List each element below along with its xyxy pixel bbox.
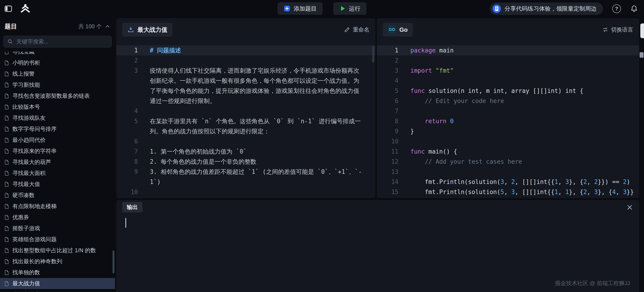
switch-language-label: 切换语言	[611, 26, 633, 33]
problem-line[interactable]: 6	[116, 136, 376, 146]
document-icon	[4, 215, 10, 220]
close-icon[interactable]: ×	[626, 203, 633, 211]
sidebar-item[interactable]: 寻找原来的字符串	[0, 146, 115, 157]
code-line[interactable]: 13	[377, 167, 639, 177]
sidebar-item[interactable]: 寻找包含斐波那契数最多的链表	[0, 90, 115, 101]
sidebar-item-label: 有点限制地走楼梯	[12, 203, 56, 210]
problem-line[interactable]: 4	[116, 106, 376, 116]
line-number: 4	[377, 76, 400, 86]
run-button[interactable]: 运行	[333, 2, 366, 15]
help-icon[interactable]: ?	[612, 4, 621, 13]
problem-line[interactable]: 10	[116, 187, 376, 197]
line-number: 7	[116, 146, 139, 157]
code-line[interactable]: 14 fmt.Println(solution(3, 2, [][]int{{1…	[377, 177, 639, 187]
sidebar-item[interactable]: 优惠券	[0, 212, 115, 223]
sidebar-item[interactable]: 硬币凑数	[0, 190, 115, 201]
problem-line[interactable]: 5在某款手游里共有 `n` 个角色。这些角色从 `0` 到 `n-1` 进行编号…	[116, 116, 376, 136]
document-icon	[4, 226, 10, 231]
code-line[interactable]: 10	[377, 136, 639, 146]
line-number: 4	[116, 106, 139, 116]
document-icon	[4, 192, 10, 198]
sidebar-item[interactable]: 找出整型数组中占比超过 1/N 的数	[0, 245, 115, 256]
sidebar-item[interactable]: 数字字母问号排序	[0, 123, 115, 134]
document-icon	[4, 259, 10, 265]
sidebar-item[interactable]: 找单独的数	[0, 267, 115, 278]
sidebar-item[interactable]: 小明的书柜	[0, 57, 115, 68]
promo-banner[interactable]: 分享代码练习体验，领限量定制周边	[490, 2, 603, 15]
edge-panel-handle[interactable]	[640, 23, 644, 38]
sidebar-item[interactable]: 寻找最大面积	[0, 168, 115, 179]
sidebar-scrollbar[interactable]	[112, 250, 114, 273]
app-root: 添加题目 运行 分享代码练	[0, 0, 644, 292]
problem-line[interactable]: 3疫情使得人们线下社交隔离，进而刺激了宅娱乐经济，令手机游戏市场份额再次创新纪录…	[116, 65, 376, 106]
top-bar: 添加题目 运行 分享代码练	[0, 0, 644, 17]
document-icon	[4, 93, 10, 99]
sidebar-item[interactable]: 最小趋同代价	[0, 134, 115, 146]
sidebar-item-label: 摇骰子游戏	[12, 225, 40, 232]
sidebar: 题目 共 100 个 寻找宝藏小明的书柜线上报警学习新技能寻找包含斐波那契数最多…	[0, 17, 115, 292]
code-line[interactable]: 7	[377, 106, 639, 116]
sidebar-item[interactable]: 找出最长的神奇数列	[0, 256, 115, 267]
sidebar-item[interactable]: 线上报警	[0, 68, 115, 79]
code-line-text: fmt.Println(solution(3, 2, [][]int{{1, 3…	[400, 177, 639, 187]
problem-line[interactable]: 93. 相邻角色的战力值差距不能超过 `1` (之间的差值可能是 `0`、`+1…	[116, 167, 376, 187]
language-chip: GO Go	[383, 23, 413, 36]
sidebar-item[interactable]: 摇骰子游戏	[0, 223, 115, 234]
sidebar-item[interactable]: 统计字符出现次数	[0, 289, 115, 292]
code-editor-lines[interactable]: 1package main23import "fmt"45func soluti…	[377, 41, 639, 198]
sidebar-item[interactable]: 英雄组合游戏问题	[0, 234, 115, 245]
sidebar-item[interactable]: 最大战力值	[0, 278, 115, 289]
code-line[interactable]: 12 // Add your test cases here	[377, 157, 639, 167]
problem-line-text: 3. 相邻角色的战力值差距不能超过 `1` (之间的差值可能是 `0`、`+1`…	[139, 167, 364, 187]
code-line[interactable]: 5func solution(n int, m int, array [][]i…	[377, 86, 639, 96]
document-icon	[4, 60, 10, 66]
code-line-text: return 0	[400, 116, 639, 126]
sidebar-item[interactable]: 寻找宝藏	[0, 52, 115, 57]
sidebar-item[interactable]: 寻找最大值	[0, 179, 115, 190]
problem-editor-scrollbar[interactable]	[372, 46, 374, 62]
problem-editor-lines[interactable]: 1# 问题描述23疫情使得人们线下社交隔离，进而刺激了宅娱乐经济，令手机游戏市场…	[116, 41, 376, 198]
rename-button[interactable]: 重命名	[344, 26, 370, 33]
line-number: 15	[377, 187, 400, 197]
document-icon	[4, 181, 10, 187]
line-number: 10	[116, 187, 139, 197]
search-input[interactable]	[16, 38, 108, 45]
code-line[interactable]: 9}	[377, 126, 639, 136]
bell-icon[interactable]	[630, 5, 638, 13]
code-line[interactable]: 11func main() {	[377, 146, 639, 157]
document-icon	[4, 170, 10, 176]
problem-count: 共 100 个	[78, 23, 102, 30]
sidebar-item[interactable]: 寻找最大的葫芦	[0, 157, 115, 168]
problem-title-chip: 最大战力值	[122, 23, 172, 36]
code-line-text: import "fmt"	[400, 65, 639, 76]
line-number: 5	[377, 86, 400, 96]
problem-line[interactable]: 2	[116, 55, 376, 65]
code-line-text: fmt.Println(solution(5, 3, [][]int{{1, 1…	[400, 187, 639, 197]
problem-line[interactable]: 82. 每个角色的战力值是一个非负的整数	[116, 157, 376, 167]
code-line[interactable]: 4	[377, 76, 639, 86]
code-line[interactable]: 15 fmt.Println(solution(5, 3, [][]int{{1…	[377, 187, 639, 197]
line-number: 8	[377, 116, 400, 126]
output-tab[interactable]: 输出	[122, 202, 142, 213]
run-label: 运行	[349, 5, 360, 12]
code-line[interactable]: 3import "fmt"	[377, 65, 639, 76]
code-line[interactable]: 2	[377, 55, 639, 65]
sidebar-item[interactable]: 寻找游戏队友	[0, 112, 115, 123]
switch-language-button[interactable]: 切换语言	[602, 26, 633, 33]
sidebar-item[interactable]: 学习新技能	[0, 79, 115, 90]
edge-widget[interactable]	[640, 52, 644, 58]
line-number: 9	[116, 167, 139, 187]
add-problem-button[interactable]: 添加题目	[278, 2, 323, 15]
sidebar-item[interactable]: 比较版本号	[0, 101, 115, 112]
problem-line[interactable]: 71. 第一个角色的初始战力值为 `0`	[116, 146, 376, 157]
code-line[interactable]: 1package main	[377, 45, 639, 55]
sidebar-item[interactable]: 有点限制地走楼梯	[0, 201, 115, 212]
code-line[interactable]: 6 // Edit your code here	[377, 96, 639, 106]
document-icon	[4, 270, 10, 276]
problem-panel-header: 最大战力值 重命名	[116, 18, 376, 41]
sidebar-collapse-icon[interactable]	[4, 5, 12, 13]
sidebar-item-label: 线上报警	[12, 70, 34, 77]
problem-line[interactable]: 1# 问题描述	[116, 45, 376, 55]
code-line[interactable]: 8 return 0	[377, 116, 639, 126]
chevron-up-icon[interactable]	[104, 23, 110, 29]
